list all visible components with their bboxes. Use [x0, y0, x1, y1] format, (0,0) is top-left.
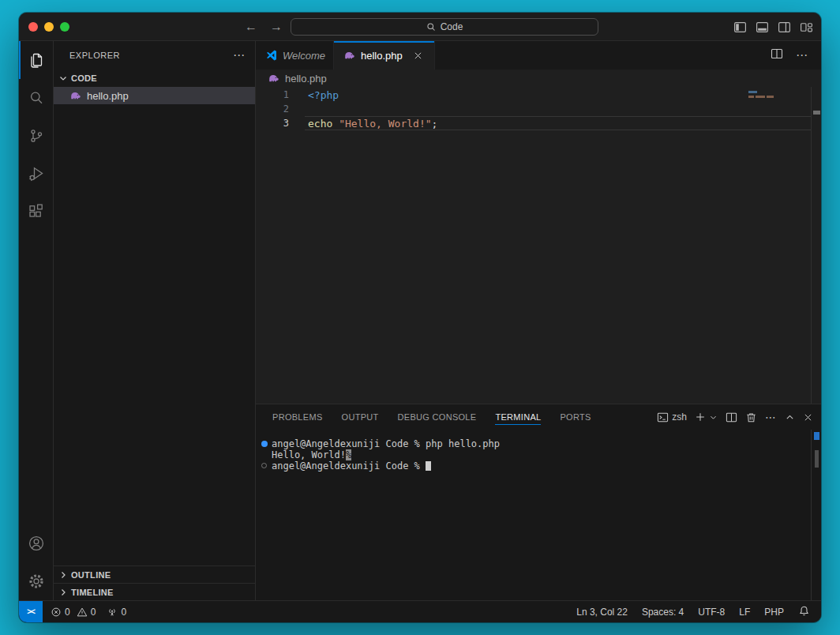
minimap[interactable] [748, 91, 777, 98]
extensions-icon [27, 202, 46, 221]
warning-count: 0 [91, 607, 96, 618]
activity-accounts[interactable] [19, 524, 53, 562]
tab-welcome[interactable]: Welcome [256, 41, 334, 70]
notifications-bell-icon[interactable] [798, 605, 810, 619]
zsh-partial-line-marker: % [346, 449, 351, 460]
sidebar-title: EXPLORER [69, 51, 120, 60]
sidebar-explorer: EXPLORER ⋯ CODE hello.php OUTLINE TIMELI… [54, 41, 256, 600]
breadcrumb[interactable]: hello.php [256, 70, 821, 87]
radio-tower-icon [107, 607, 118, 618]
status-language-mode[interactable]: PHP [764, 607, 784, 618]
remote-indicator[interactable]: >< [19, 601, 43, 622]
traffic-lights [28, 22, 69, 32]
terminal-line[interactable]: angel@Angeldexuniji Code % php hello.php [256, 438, 821, 449]
editor-actions: ⋯ [771, 41, 821, 70]
plus-icon [695, 411, 706, 423]
split-terminal-icon[interactable] [726, 411, 737, 423]
vscode-window: ← → Code [19, 13, 821, 622]
activity-run-debug[interactable] [19, 155, 53, 193]
debug-icon [27, 164, 46, 183]
customize-layout-icon[interactable] [800, 21, 813, 34]
status-encoding[interactable]: UTF-8 [698, 607, 725, 618]
terminal-scrollbar[interactable] [811, 430, 821, 600]
back-arrow-icon[interactable]: ← [245, 20, 257, 34]
explorer-more-actions-icon[interactable]: ⋯ [233, 48, 246, 62]
code-lines: 1<?php23echo "Hello, World!"; [256, 88, 821, 130]
forward-arrow-icon[interactable]: → [270, 20, 283, 34]
panel-tab-problems[interactable]: PROBLEMS [272, 404, 323, 430]
ports-status[interactable]: 0 [107, 607, 126, 618]
activity-source-control[interactable] [19, 117, 53, 155]
php-file-icon [69, 89, 82, 102]
command-overview-mark [814, 432, 819, 440]
file-list: hello.php [54, 87, 255, 104]
activity-extensions[interactable] [19, 193, 53, 231]
kill-terminal-icon[interactable] [745, 411, 757, 423]
status-right-items: Ln 3, Col 22Spaces: 4UTF-8LFPHP [576, 607, 784, 618]
activity-settings[interactable] [19, 562, 53, 600]
code-editor[interactable]: 1<?php23echo "Hello, World!"; [256, 87, 821, 404]
chevron-down-icon[interactable] [709, 413, 718, 422]
command-center-search[interactable]: Code [291, 18, 598, 36]
activity-search[interactable] [19, 79, 53, 117]
php-file-icon [268, 72, 280, 85]
tab-hello-php[interactable]: hello.php [334, 41, 435, 70]
terminal-view[interactable]: angel@Angeldexuniji Code % php hello.php… [256, 430, 821, 600]
code-line-1[interactable]: 1<?php [256, 88, 821, 102]
toggle-primary-sidebar-icon[interactable] [733, 21, 747, 34]
panel-tabs: PROBLEMSOUTPUTDEBUG CONSOLETERMINALPORTS [272, 404, 610, 430]
chevron-right-icon [57, 569, 69, 581]
error-icon [51, 607, 62, 618]
editor-scrollbar[interactable] [811, 87, 821, 404]
maximize-panel-icon[interactable] [785, 412, 795, 423]
line-number: 3 [256, 118, 289, 129]
error-count: 0 [65, 607, 70, 618]
problems-status[interactable]: 0 0 [51, 607, 96, 618]
chevron-right-icon [57, 586, 69, 599]
chevron-down-icon [57, 72, 69, 85]
activity-bar [19, 41, 54, 600]
panel-tab-ports[interactable]: PORTS [560, 404, 591, 430]
terminal-line[interactable]: angel@Angeldexuniji Code % [256, 460, 821, 472]
shell-indicator[interactable]: zsh [657, 411, 687, 423]
scrollbar-thumb[interactable] [815, 450, 819, 468]
new-terminal-button[interactable] [695, 411, 718, 423]
close-window-button[interactable] [28, 22, 38, 32]
workspace-section-header[interactable]: CODE [54, 70, 255, 87]
panel-more-actions-icon[interactable]: ⋯ [765, 411, 777, 423]
timeline-section-header[interactable]: TIMELINE [54, 583, 255, 600]
command-decoration-icon[interactable] [261, 463, 267, 468]
status-eol[interactable]: LF [739, 607, 750, 618]
code-line-2[interactable]: 2 [256, 102, 821, 116]
toggle-secondary-sidebar-icon[interactable] [778, 21, 791, 34]
outline-section-header[interactable]: OUTLINE [54, 565, 255, 583]
close-tab-icon[interactable] [411, 47, 426, 63]
activity-explorer[interactable] [19, 41, 53, 79]
panel-tab-debug-console[interactable]: DEBUG CONSOLE [398, 404, 477, 430]
panel-tab-terminal[interactable]: TERMINAL [495, 404, 541, 430]
workspace-section-label: CODE [71, 73, 97, 83]
status-cursor-position[interactable]: Ln 3, Col 22 [576, 607, 628, 618]
panel-tab-output[interactable]: OUTPUT [342, 404, 379, 430]
line-number: 2 [256, 103, 289, 115]
ports-count: 0 [121, 607, 126, 618]
breadcrumb-label: hello.php [285, 73, 327, 85]
file-item-hello-php[interactable]: hello.php [54, 87, 255, 104]
split-editor-icon[interactable] [771, 47, 783, 63]
command-decoration-icon[interactable] [261, 441, 268, 447]
fullscreen-window-button[interactable] [60, 22, 69, 32]
tab-strip: Welcomehello.php [256, 41, 435, 70]
more-actions-icon[interactable]: ⋯ [796, 48, 808, 62]
warning-icon [77, 607, 88, 618]
terminal-cursor [426, 461, 431, 471]
gear-icon [27, 572, 46, 591]
terminal-line[interactable]: Hello, World!% [256, 449, 821, 460]
status-indentation[interactable]: Spaces: 4 [642, 607, 684, 618]
close-panel-icon[interactable] [803, 412, 813, 423]
editor-group: Welcomehello.php ⋯ hello.php 1<?php23ech… [256, 41, 821, 600]
minimap-mark [748, 96, 777, 98]
minimize-window-button[interactable] [44, 22, 54, 32]
toggle-panel-icon[interactable] [756, 21, 769, 34]
code-line-3[interactable]: 3echo "Hello, World!"; [256, 116, 821, 130]
panel-header: PROBLEMSOUTPUTDEBUG CONSOLETERMINALPORTS… [256, 404, 821, 430]
